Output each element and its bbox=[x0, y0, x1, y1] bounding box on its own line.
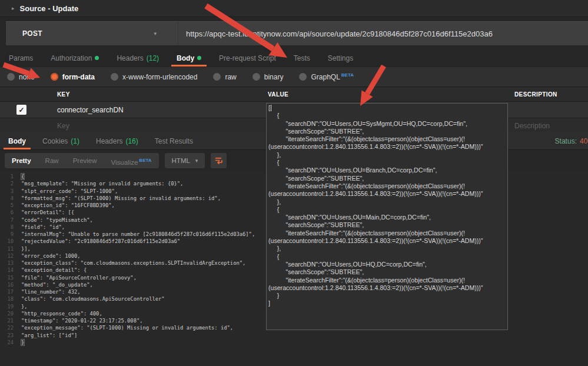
value-editor-overlay[interactable]: [ { "searchDN":"OU=Users,OU=SysMgmt,OU=H… bbox=[266, 103, 508, 330]
value-editor-line: [ bbox=[268, 104, 506, 112]
line-number: 7 bbox=[0, 217, 21, 223]
code-text: "method": "_do_update", bbox=[21, 282, 93, 288]
body-mode-none[interactable]: none bbox=[7, 73, 35, 81]
request-tab-authorization[interactable]: Authorization bbox=[42, 51, 108, 65]
key-cell[interactable]: connector_searchDN bbox=[57, 102, 124, 118]
tab-count-badge: (1) bbox=[71, 137, 79, 145]
tab-count-badge: (16) bbox=[125, 137, 138, 145]
request-tab-pre-request-script[interactable]: Pre-request Script bbox=[210, 51, 285, 65]
green-dot-icon bbox=[197, 56, 201, 60]
request-tab-body[interactable]: Body bbox=[168, 51, 210, 65]
chevron-down-icon: ▾ bbox=[195, 158, 198, 164]
request-tab-settings[interactable]: Settings bbox=[319, 51, 362, 65]
line-number: 2 bbox=[0, 181, 21, 187]
green-dot-icon bbox=[95, 56, 99, 60]
request-tab-params[interactable]: Params bbox=[0, 51, 42, 65]
body-mode-raw[interactable]: raw bbox=[213, 73, 236, 81]
body-mode-graphql[interactable]: GraphQLBETA bbox=[299, 72, 354, 81]
tab-label: Tests bbox=[294, 54, 310, 62]
value-editor-line: }, bbox=[268, 198, 506, 206]
tab-label: Cookies bbox=[42, 137, 68, 145]
response-tab-test-results[interactable]: Test Results bbox=[147, 133, 201, 149]
code-text: "arg_list": ["id"] bbox=[21, 332, 77, 338]
code-text: "error_code": 1000, bbox=[21, 253, 81, 259]
view-tab-visualize[interactable]: VisualizeBETA bbox=[104, 153, 159, 168]
method-select[interactable]: POST ▾ bbox=[6, 22, 178, 45]
request-tab-tests[interactable]: Tests bbox=[285, 51, 319, 65]
row-enabled-checkbox[interactable]: ✓ bbox=[16, 105, 26, 115]
url-input[interactable]: https://apqc-test.identitynow.com/api/so… bbox=[178, 29, 493, 38]
line-number: 8 bbox=[0, 224, 21, 230]
line-number: 16 bbox=[0, 282, 21, 288]
view-tab-raw[interactable]: Raw bbox=[38, 153, 66, 168]
response-tabs: BodyCookies(1)Headers(16)Test Results bbox=[0, 133, 201, 149]
wrap-text-button[interactable] bbox=[211, 153, 227, 168]
value-editor-line: { bbox=[268, 159, 506, 167]
radio-icon bbox=[299, 73, 307, 81]
code-text: "code": "typeMismatch", bbox=[21, 217, 93, 223]
line-number: 3 bbox=[0, 188, 21, 194]
value-editor-line: ] bbox=[268, 300, 506, 307]
line-number: 4 bbox=[0, 195, 21, 201]
tab-label: Headers bbox=[96, 137, 122, 145]
tab-count-badge: (12) bbox=[147, 54, 159, 62]
code-text: } bbox=[21, 340, 24, 345]
value-editor-line: }, bbox=[268, 151, 506, 159]
line-number: 17 bbox=[0, 289, 21, 295]
response-tab-headers[interactable]: Headers(16) bbox=[88, 133, 147, 149]
value-editor-line: "searchDN":"OU=Users,OU=Main,DC=corp,DC=… bbox=[268, 214, 506, 221]
value-editor-line: "iterateSearchFilter":"(&(objectclass=pe… bbox=[268, 182, 506, 190]
view-tab-preview[interactable]: Preview bbox=[66, 153, 104, 168]
body-mode-form-data[interactable]: form-data bbox=[51, 73, 95, 81]
line-number: 21 bbox=[0, 318, 21, 324]
description-input-placeholder[interactable]: Description bbox=[514, 118, 550, 133]
status-label: Status: bbox=[555, 137, 577, 145]
beta-badge: BETA bbox=[139, 158, 151, 163]
radio-icon bbox=[253, 73, 260, 81]
value-editor-line: (useraccountcontrol:1.2.840.113556.1.4.8… bbox=[268, 284, 506, 292]
body-mode-x-www-form-urlencoded[interactable]: x-www-form-urlencoded bbox=[111, 73, 197, 81]
code-text: "http_response_code": 400, bbox=[21, 311, 102, 317]
view-tab-pretty[interactable]: Pretty bbox=[5, 153, 38, 168]
method-label: POST bbox=[22, 29, 42, 38]
line-number: 22 bbox=[0, 325, 21, 331]
tab-label: Body bbox=[177, 54, 194, 62]
body-mode-binary[interactable]: binary bbox=[253, 73, 284, 81]
line-number: 20 bbox=[0, 311, 21, 317]
line-number: 10 bbox=[0, 238, 21, 244]
value-editor-line: "iterateSearchFilter":"(&(objectclass=pe… bbox=[268, 229, 506, 237]
value-column-header: VALUE bbox=[268, 87, 288, 101]
line-number: 11 bbox=[0, 246, 21, 252]
tab-label: Params bbox=[9, 54, 33, 62]
response-tab-cookies[interactable]: Cookies(1) bbox=[34, 133, 88, 149]
table-header-row: KEY VALUE DESCRIPTION bbox=[0, 87, 588, 102]
code-text: }, bbox=[21, 304, 28, 310]
url-bar: POST ▾ https://apqc-test.identitynow.com… bbox=[6, 21, 588, 45]
body-mode-label: x-www-form-urlencoded bbox=[122, 73, 197, 81]
tab-label: Test Results bbox=[155, 137, 193, 145]
response-tab-body[interactable]: Body bbox=[0, 133, 34, 149]
radio-icon bbox=[7, 73, 15, 81]
body-mode-label: GraphQLBETA bbox=[311, 72, 354, 81]
line-number: 13 bbox=[0, 260, 21, 266]
line-number: 9 bbox=[0, 231, 21, 237]
postman-window: ▸ Source - Update POST ▾ https://apqc-te… bbox=[0, 0, 588, 366]
view-mode-segmented-control: PrettyRawPreviewVisualizeBETA bbox=[5, 153, 159, 168]
line-number: 23 bbox=[0, 332, 21, 338]
tab-label: Settings bbox=[328, 54, 353, 62]
request-tab-headers[interactable]: Headers(12) bbox=[108, 51, 168, 65]
value-editor-line: (useraccountcontrol:1.2.840.113556.1.4.8… bbox=[268, 237, 506, 245]
collapse-caret-icon[interactable]: ▸ bbox=[12, 6, 15, 11]
text-cursor bbox=[271, 105, 271, 111]
body-mode-label: form-data bbox=[62, 73, 95, 81]
value-editor-line: { bbox=[268, 253, 506, 261]
code-text: "line_number": 432, bbox=[21, 289, 81, 295]
key-input-placeholder[interactable]: Key bbox=[57, 118, 69, 133]
format-select[interactable]: HTML ▾ bbox=[165, 153, 205, 168]
key-column-header: KEY bbox=[57, 87, 70, 101]
radio-icon bbox=[51, 73, 58, 81]
code-text: "field": "id", bbox=[21, 224, 65, 230]
value-editor-line: { bbox=[268, 112, 506, 119]
body-mode-label: none bbox=[19, 73, 35, 81]
value-editor-line: { bbox=[268, 206, 506, 214]
